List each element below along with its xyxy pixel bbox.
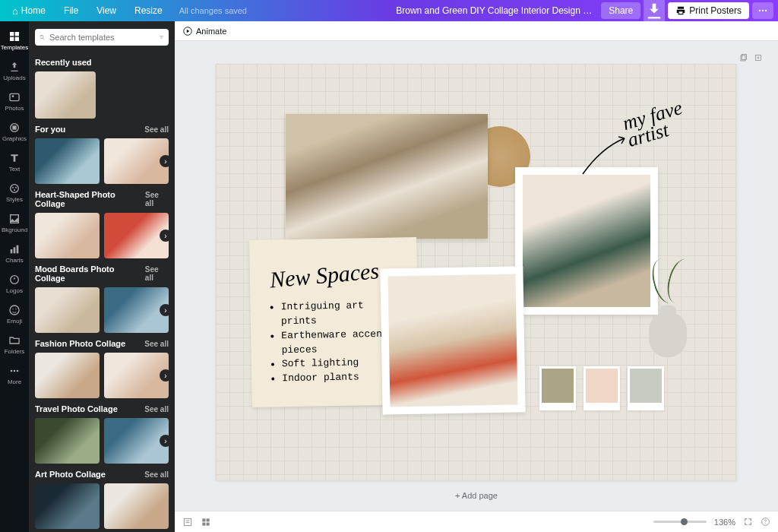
search-icon — [40, 32, 45, 43]
iconbar-more[interactable]: More — [0, 360, 29, 389]
svg-rect-18 — [17, 245, 19, 253]
filter-icon[interactable] — [159, 32, 164, 43]
template-thumb[interactable] — [35, 213, 100, 258]
add-page-icon[interactable] — [754, 53, 763, 62]
help-icon[interactable] — [761, 517, 770, 527]
view-menu[interactable]: View — [89, 2, 124, 19]
svg-point-1 — [762, 10, 764, 11]
iconbar-folders[interactable]: Folders — [0, 330, 29, 359]
iconbar-text[interactable]: Text — [0, 147, 29, 176]
iconbar-styles[interactable]: Styles — [0, 178, 29, 207]
section-for-you: For youSee all — [35, 125, 169, 134]
download-icon — [644, 0, 665, 21]
section-art: Art Photo CollageSee all — [35, 470, 169, 479]
svg-rect-32 — [207, 518, 210, 521]
see-all-link[interactable]: See all — [144, 340, 169, 348]
svg-rect-10 — [12, 125, 16, 129]
animate-button[interactable]: Animate — [182, 26, 226, 36]
duplicate-page-icon[interactable] — [738, 53, 748, 62]
vase-graphic[interactable] — [641, 289, 694, 357]
fullscreen-icon[interactable] — [743, 517, 753, 527]
handwriting-label[interactable]: my faveartist — [621, 99, 689, 150]
iconbar-uploads[interactable]: Uploads — [0, 56, 29, 85]
section-fashion: Fashion Photo CollageSee all — [35, 339, 169, 348]
resize-menu[interactable]: Resize — [127, 2, 170, 19]
home-button[interactable]: Home — [5, 2, 53, 20]
swatch-2[interactable] — [584, 366, 620, 410]
zoom-value: 136% — [714, 518, 735, 527]
iconbar-logos[interactable]: Logos — [0, 269, 29, 298]
design-canvas[interactable]: New Spaces Intriguing art prints Earthen… — [216, 64, 737, 480]
swatch-1[interactable] — [539, 366, 576, 410]
see-all-link[interactable]: See all — [145, 265, 169, 282]
notes-icon[interactable] — [182, 517, 193, 527]
row-next-icon[interactable]: › — [160, 435, 172, 447]
svg-point-25 — [17, 369, 19, 372]
add-page-button[interactable]: + Add page — [455, 491, 498, 500]
template-thumb[interactable] — [35, 138, 100, 184]
file-menu[interactable]: File — [56, 2, 86, 19]
template-thumb[interactable] — [104, 483, 169, 529]
see-all-link[interactable]: See all — [145, 191, 169, 207]
svg-point-22 — [15, 309, 16, 309]
svg-point-14 — [14, 189, 15, 191]
row-next-icon[interactable]: › — [160, 230, 172, 242]
animate-icon — [182, 26, 193, 36]
page-tools — [738, 53, 763, 62]
print-icon — [675, 5, 686, 16]
iconbar-graphics[interactable]: Graphics — [0, 117, 29, 146]
template-thumb[interactable] — [35, 287, 100, 333]
section-heart-collage: Heart-Shaped Photo CollageSee all — [35, 190, 169, 208]
svg-point-20 — [10, 306, 19, 315]
more-icon — [757, 5, 768, 16]
moodboard-image-1[interactable] — [286, 114, 488, 239]
svg-rect-27 — [741, 55, 745, 61]
svg-point-2 — [765, 10, 767, 11]
share-button[interactable]: Share — [601, 2, 640, 19]
template-thumb[interactable] — [35, 71, 96, 119]
bottom-status-bar: 136% — [175, 511, 778, 532]
template-thumb[interactable] — [35, 418, 100, 464]
swatch-3[interactable] — [628, 366, 664, 410]
hand-arrow-icon[interactable] — [579, 132, 632, 178]
template-thumb[interactable] — [35, 353, 100, 398]
moodboard-image-2[interactable] — [515, 167, 658, 315]
moodboard-image-3[interactable] — [380, 266, 525, 414]
svg-point-19 — [11, 275, 19, 283]
svg-point-0 — [759, 10, 761, 11]
zoom-slider[interactable] — [653, 521, 707, 523]
section-travel: Travel Photo CollageSee all — [35, 404, 169, 413]
svg-rect-5 — [10, 36, 14, 40]
svg-rect-3 — [10, 32, 14, 36]
more-menu-button[interactable] — [752, 2, 773, 19]
search-input[interactable] — [49, 33, 154, 42]
svg-rect-4 — [15, 32, 19, 36]
svg-point-8 — [12, 95, 14, 97]
row-next-icon[interactable]: › — [160, 155, 172, 167]
iconbar-emoji[interactable]: Emoji — [0, 299, 29, 328]
see-all-link[interactable]: See all — [144, 125, 169, 134]
home-icon — [12, 5, 18, 17]
see-all-link[interactable]: See all — [144, 470, 169, 479]
svg-rect-30 — [184, 518, 191, 525]
iconbar-charts[interactable]: Charts — [0, 239, 29, 268]
canvas-area: Animate New Spaces Intriguing art prints… — [175, 21, 778, 532]
iconbar-templates[interactable]: Templates — [0, 26, 29, 55]
svg-rect-31 — [202, 518, 205, 521]
document-title[interactable]: Brown and Green DIY Collage Interior Des… — [396, 5, 593, 16]
row-next-icon[interactable]: › — [160, 369, 172, 382]
print-posters-button[interactable]: Print Posters — [668, 2, 749, 19]
svg-point-11 — [11, 184, 19, 192]
iconbar-bkground[interactable]: Bkground — [0, 208, 29, 237]
template-thumb[interactable] — [35, 483, 100, 529]
grid-view-icon[interactable] — [201, 517, 211, 527]
color-swatches[interactable] — [539, 366, 664, 410]
see-all-link[interactable]: See all — [144, 405, 169, 413]
search-templates[interactable] — [35, 29, 169, 46]
svg-point-24 — [14, 369, 16, 372]
svg-rect-6 — [15, 36, 19, 40]
svg-rect-33 — [202, 522, 205, 525]
iconbar-photos[interactable]: Photos — [0, 87, 29, 116]
svg-rect-7 — [10, 93, 19, 100]
row-next-icon[interactable]: › — [160, 304, 172, 316]
